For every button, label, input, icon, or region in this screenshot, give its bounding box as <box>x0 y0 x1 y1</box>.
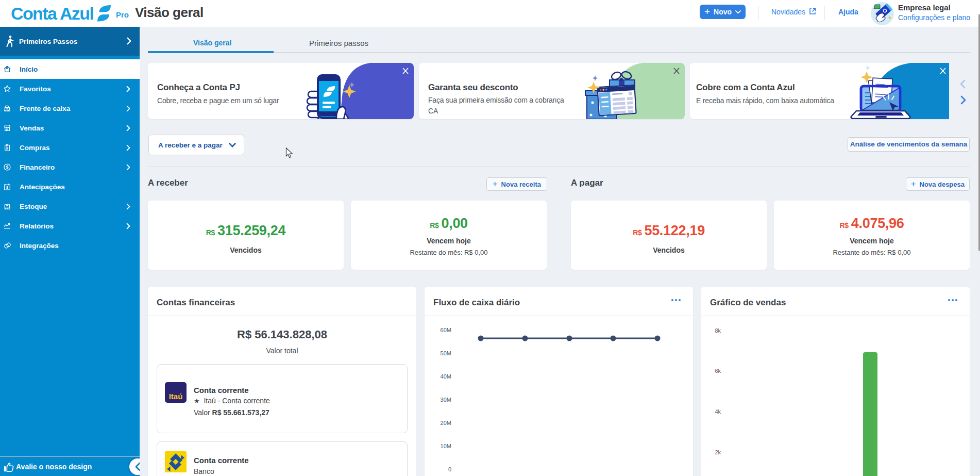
svg-text:$: $ <box>6 186 8 190</box>
svg-text:$: $ <box>6 165 9 170</box>
